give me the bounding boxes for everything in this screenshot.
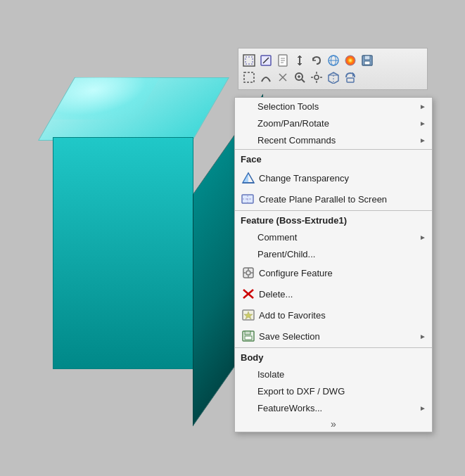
menu-item-export-dxf[interactable]: Export to DXF / DWG [235, 382, 432, 399]
configure-feature-label: Configure Feature [259, 268, 426, 278]
tb-icon-document[interactable] [275, 53, 291, 68]
tb-icon-arrange[interactable] [292, 53, 307, 68]
tb-icon-globe[interactable] [326, 53, 341, 68]
toolbar [238, 48, 428, 90]
toolbar-row-1 [241, 52, 424, 69]
context-menu: Selection Tools ► Zoom/Pan/Rotate ► Rece… [234, 97, 433, 432]
comment-label: Comment [257, 232, 419, 243]
toolbar-row-2 [241, 69, 424, 86]
menu-item-add-to-favorites[interactable]: Add to Favorites [235, 304, 432, 326]
create-plane-label: Create Plane Parallel to Screen [259, 194, 426, 205]
svg-rect-45 [245, 331, 250, 335]
tb-icon-3dbox[interactable] [326, 70, 341, 85]
menu-item-featureworks[interactable]: FeatureWorks... ► [235, 399, 432, 416]
svg-rect-15 [364, 61, 370, 65]
menu-item-selection-tools[interactable]: Selection Tools ► [235, 98, 432, 115]
featureworks-label: FeatureWorks... [257, 403, 419, 413]
separator-1 [235, 149, 432, 150]
tb-icon-undo[interactable] [309, 53, 324, 68]
export-dxf-label: Export to DXF / DWG [257, 386, 426, 397]
svg-rect-14 [364, 56, 370, 60]
menu-item-recent-commands[interactable]: Recent Commands ► [235, 131, 432, 148]
svg-point-23 [314, 75, 319, 79]
change-transparency-label: Change Transparency [259, 173, 426, 184]
selection-tools-arrow: ► [419, 103, 426, 110]
transparency-icon [241, 170, 256, 186]
zoom-pan-rotate-label: Zoom/Pan/Rotate [257, 118, 419, 129]
plane-icon [241, 191, 256, 207]
menu-item-parent-child[interactable]: Parent/Child... [235, 245, 432, 262]
menu-item-change-transparency[interactable]: Change Transparency [235, 167, 432, 188]
feature-section-header: Feature (Boss-Extrude1) [235, 212, 432, 229]
add-to-favorites-label: Add to Favorites [259, 310, 426, 321]
svg-rect-16 [244, 72, 254, 82]
save-selection-icon [241, 328, 256, 344]
separator-2 [235, 210, 432, 211]
tb-icon-arc[interactable] [258, 70, 274, 85]
menu-item-isolate[interactable]: Isolate [235, 366, 432, 382]
delete-label: Delete... [259, 289, 426, 300]
tb-icon-select[interactable] [241, 53, 257, 68]
delete-icon [241, 286, 256, 302]
save-selection-label: Save Selection [259, 331, 419, 342]
tb-icon-zoom[interactable] [292, 70, 307, 85]
favorites-icon [241, 307, 256, 323]
menu-item-create-plane[interactable]: Create Plane Parallel to Screen [235, 188, 432, 210]
3d-box [14, 56, 232, 422]
svg-rect-0 [243, 55, 255, 66]
zoom-pan-rotate-arrow: ► [419, 120, 426, 127]
tb-icon-color[interactable] [343, 53, 358, 68]
save-selection-arrow: ► [419, 333, 426, 340]
menu-item-save-selection[interactable]: Save Selection ► [235, 326, 432, 347]
separator-3 [235, 347, 432, 348]
parent-child-label: Parent/Child... [257, 249, 426, 259]
more-icon: » [331, 418, 336, 430]
recent-commands-label: Recent Commands [257, 135, 419, 146]
box-front-face [53, 137, 193, 369]
tb-icon-selection-box[interactable] [241, 70, 257, 85]
tb-icon-edit[interactable] [258, 53, 274, 68]
isolate-label: Isolate [257, 369, 426, 380]
featureworks-arrow: ► [419, 404, 426, 412]
configure-icon [241, 265, 256, 281]
comment-arrow: ► [419, 233, 426, 241]
svg-line-20 [302, 79, 305, 82]
menu-item-comment[interactable]: Comment ► [235, 229, 432, 245]
body-section-header: Body [235, 349, 432, 366]
svg-rect-27 [347, 78, 354, 82]
menu-more-button[interactable]: » [235, 416, 432, 432]
selection-tools-label: Selection Tools [257, 101, 419, 112]
tb-icon-move[interactable] [309, 70, 324, 85]
recent-commands-arrow: ► [419, 136, 426, 144]
menu-item-configure-feature[interactable]: Configure Feature [235, 262, 432, 283]
svg-rect-1 [246, 57, 253, 64]
tb-icon-cut[interactable] [275, 70, 291, 85]
tb-icon-rotate-view[interactable] [343, 70, 358, 85]
tb-icon-save-doc[interactable] [359, 53, 375, 68]
menu-item-zoom-pan-rotate[interactable]: Zoom/Pan/Rotate ► [235, 115, 432, 131]
face-section-header: Face [235, 150, 432, 167]
menu-item-delete[interactable]: Delete... [235, 283, 432, 304]
svg-point-12 [345, 56, 355, 65]
svg-rect-46 [245, 336, 252, 340]
